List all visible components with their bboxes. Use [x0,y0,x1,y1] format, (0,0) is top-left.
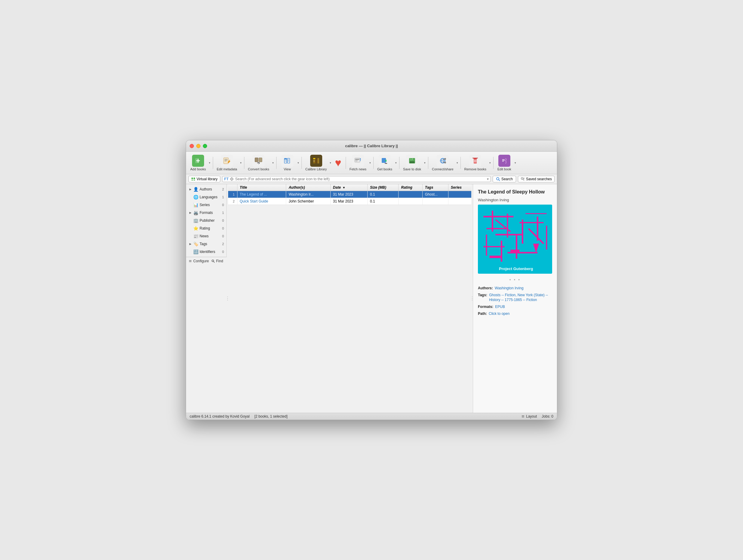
col-title[interactable]: Title [237,184,286,191]
calibre-library-dropdown[interactable]: ▾ [329,155,332,171]
connect-share-button[interactable]: Connect/share [430,153,455,172]
view-dropdown[interactable]: ▾ [297,155,300,171]
separator-3 [276,157,276,169]
saved-searches-button[interactable]: Saved searches [518,176,555,182]
remove-books-icon [471,156,479,165]
meta-authors-value[interactable]: Washington Irving [495,286,524,291]
meta-tags-value[interactable]: Ghosts -- Fiction, New York (State) -- H… [489,293,552,303]
col-series[interactable]: Series [448,184,471,191]
save-to-disk-dropdown[interactable]: ▾ [424,155,426,171]
view-button[interactable]: View [278,153,296,172]
edit-metadata-dropdown[interactable]: ▾ [239,155,242,171]
add-books-button[interactable]: Add books [188,153,208,172]
minimize-button[interactable] [196,144,201,148]
fetch-news-dropdown[interactable]: ▾ [369,155,372,171]
sidebar-container: ▶ 👤 Authors 2 🌐 Languages 1 📊 Series [186,184,227,413]
get-books-dropdown[interactable]: ▾ [395,155,397,171]
convert-books-dropdown[interactable]: ▾ [272,155,274,171]
authors-icon: 👤 [193,187,199,192]
row-size: 0.1 [367,191,399,198]
virtual-library-button[interactable]: Virtual library [188,176,220,182]
remove-books-dropdown[interactable]: ▾ [489,155,491,171]
meta-formats-value[interactable]: EPUB [495,304,505,310]
sidebar-item-tags[interactable]: ▶ 🏷️ Tags 2 [186,240,226,248]
add-books-label: Add books [190,167,206,171]
svg-line-8 [229,160,230,160]
separator-9 [461,157,461,169]
close-button[interactable] [190,144,194,148]
calibre-library-button[interactable]: C Calibre Library [304,153,329,172]
svg-rect-10 [255,158,258,161]
layout-label: Layout [526,414,537,419]
col-tags[interactable]: Tags [422,184,448,191]
sidebar-news-count: 0 [222,234,224,238]
add-books-dropdown[interactable]: ▾ [208,155,211,171]
sidebar-item-series[interactable]: 📊 Series 0 [186,201,226,209]
sidebar-item-publisher[interactable]: 🏢 Publisher 0 [186,217,226,224]
table-row[interactable]: 1 The Legend of ... Washington Ir... 31 … [228,191,471,198]
calibre-library-icon: C [312,156,320,165]
convert-books-icon [254,156,263,165]
book-detail-panel: The Legend of Sleepy Hollow Washington I… [473,184,557,413]
search-clear-icon[interactable]: ▾ [487,177,489,181]
convert-books-button[interactable]: Convert books [246,153,271,172]
meta-path-value[interactable]: Click to open [489,311,510,316]
col-num [228,184,237,191]
search-gear-icon[interactable] [230,177,234,181]
svg-line-75 [214,262,215,263]
svg-rect-22 [313,158,315,159]
col-rating[interactable]: Rating [399,184,422,191]
saved-searches-label: Saved searches [526,177,552,181]
virtual-library-icon [191,177,195,181]
calibre-library-label: Calibre Library [305,167,327,171]
edit-book-dropdown[interactable]: ▾ [514,155,517,171]
search-button[interactable]: Search [493,176,516,182]
meta-authors-label: Authors: [478,286,493,291]
row-num: 2 [228,198,237,205]
find-button[interactable]: Find [211,259,223,263]
get-books-button[interactable]: Get books [376,153,394,172]
sidebar-item-authors[interactable]: ▶ 👤 Authors 2 [186,185,226,193]
get-books-icon [381,156,389,165]
expand-tags-icon[interactable]: ▶ [188,242,192,246]
row-size: 0.1 [367,198,399,205]
table-row[interactable]: 2 Quick Start Guide John Schember 31 Mar… [228,198,471,205]
sidebar-item-formats[interactable]: ▶ 🖨️ Formats 1 [186,209,226,217]
sidebar-item-news[interactable]: 📰 News 0 [186,232,226,240]
col-authors[interactable]: Author(s) [286,184,330,191]
book-table-header: Title Author(s) Date ▼ Size (MB) [228,184,471,191]
sidebar-item-identifiers[interactable]: 🔢 Identifiers 0 [186,248,226,256]
edit-book-button[interactable]: Edit book [495,153,513,172]
meta-formats-row: Formats: EPUB [478,304,552,310]
separator-6 [373,157,374,169]
row-title-text: Quick Start Guide [240,199,268,203]
cover-expand-dots[interactable]: • • • [473,276,557,283]
save-to-disk-label: Save to disk [403,167,421,171]
sidebar-rating-label: Rating [200,226,221,230]
expand-authors-icon[interactable]: ▶ [188,187,192,191]
layout-button[interactable]: Layout [521,414,537,419]
maximize-button[interactable] [203,144,207,148]
col-date[interactable]: Date ▼ [330,184,367,191]
connect-share-icon [439,156,447,165]
configure-icon [188,259,192,263]
remove-books-button[interactable]: Remove books [463,153,488,172]
connect-share-dropdown[interactable]: ▾ [456,155,458,171]
main-content: ▶ 👤 Authors 2 🌐 Languages 1 📊 Series [186,184,557,413]
col-size[interactable]: Size (MB) [367,184,399,191]
svg-text:C: C [313,160,315,162]
configure-button[interactable]: Configure [188,259,209,263]
expand-formats-icon[interactable]: ▶ [188,211,192,215]
get-books-label: Get books [377,167,392,171]
sidebar-item-rating[interactable]: ⭐ Rating 0 [186,224,226,232]
search-input[interactable] [235,177,485,181]
svg-point-30 [360,158,361,159]
view-icon [283,156,292,165]
edit-metadata-button[interactable]: Edit metadata [215,153,239,172]
sidebar-item-languages[interactable]: 🌐 Languages 1 [186,193,226,201]
book-list-scroll[interactable]: Title Author(s) Date ▼ Size (MB) [228,184,471,413]
row-date: 31 Mar 2023 [330,198,367,205]
save-to-disk-button[interactable]: Save to disk [401,153,423,172]
fetch-news-button[interactable]: Fetch news [348,153,368,172]
search-input-area[interactable]: FT ▾ [222,176,491,182]
